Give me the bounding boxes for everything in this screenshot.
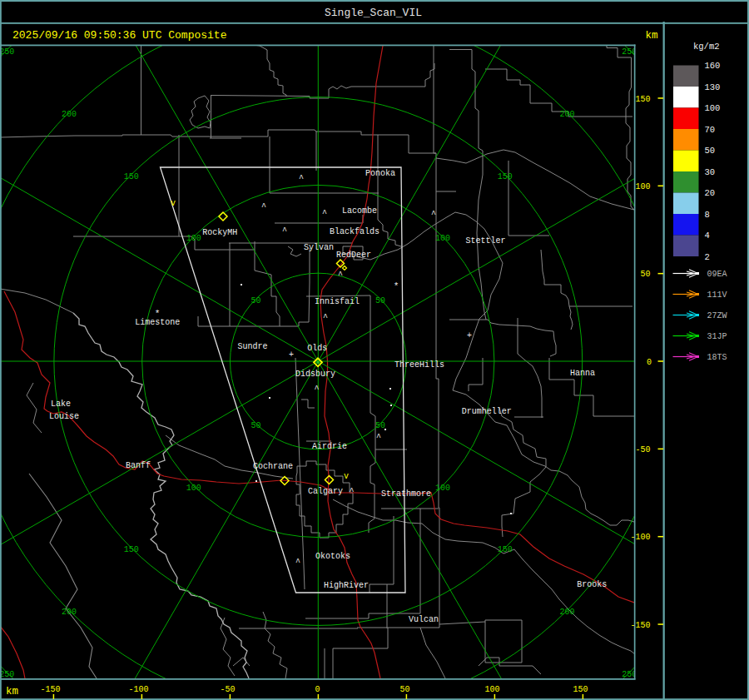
svg-text:ThreeHills: ThreeHills xyxy=(394,360,444,370)
svg-text:^: ^ xyxy=(261,202,266,211)
svg-text:Single_Scan_VIL: Single_Scan_VIL xyxy=(325,7,422,19)
svg-text:50: 50 xyxy=(375,296,385,305)
svg-text:130: 130 xyxy=(705,82,721,92)
svg-text:Sylvan: Sylvan xyxy=(304,243,334,252)
svg-text:200: 200 xyxy=(560,608,575,617)
svg-text:Lake: Lake xyxy=(51,400,71,409)
svg-text:Sundre: Sundre xyxy=(238,342,268,351)
svg-text:Okotoks: Okotoks xyxy=(315,552,350,561)
svg-text:150: 150 xyxy=(124,172,139,181)
svg-text:Innisfail: Innisfail xyxy=(315,297,360,306)
svg-text:-50: -50 xyxy=(220,685,235,694)
svg-text:100: 100 xyxy=(635,182,650,191)
svg-text:18TS: 18TS xyxy=(707,353,727,362)
svg-text:150: 150 xyxy=(498,545,513,554)
svg-text:2: 2 xyxy=(705,252,710,262)
svg-text:50: 50 xyxy=(375,421,385,430)
svg-text:100: 100 xyxy=(484,685,499,694)
svg-text:Cochrane: Cochrane xyxy=(253,462,293,471)
svg-text:-150: -150 xyxy=(630,621,650,630)
svg-text:250: 250 xyxy=(0,47,14,57)
svg-text:100: 100 xyxy=(705,103,721,113)
svg-text:250: 250 xyxy=(0,670,14,679)
svg-text:Didsbury: Didsbury xyxy=(295,370,335,379)
svg-text:70: 70 xyxy=(705,125,716,135)
svg-text:50: 50 xyxy=(705,146,716,156)
svg-text:27ZW: 27ZW xyxy=(707,311,727,320)
svg-text:^: ^ xyxy=(299,174,304,183)
svg-text:160: 160 xyxy=(705,61,721,71)
svg-text:150: 150 xyxy=(635,95,650,104)
svg-text:30: 30 xyxy=(705,167,716,177)
svg-text:RedDeer: RedDeer xyxy=(336,251,371,260)
svg-text:+: + xyxy=(289,350,294,360)
svg-text:Calgary: Calgary xyxy=(308,487,343,496)
svg-text:Vulcan: Vulcan xyxy=(409,615,439,624)
svg-text:0: 0 xyxy=(315,685,320,694)
svg-text:200: 200 xyxy=(62,608,77,617)
svg-text:^: ^ xyxy=(322,209,327,218)
svg-text:Louise: Louise xyxy=(49,412,79,421)
svg-text:09EA: 09EA xyxy=(707,270,727,279)
svg-text:kg/m2: kg/m2 xyxy=(693,42,720,52)
svg-text:+: + xyxy=(467,331,472,340)
svg-text:^: ^ xyxy=(323,313,328,322)
svg-text:Brooks: Brooks xyxy=(577,580,607,589)
svg-text:Olds: Olds xyxy=(307,344,327,353)
svg-text:150: 150 xyxy=(573,685,588,694)
svg-text:50: 50 xyxy=(640,270,650,279)
svg-text:20: 20 xyxy=(705,188,716,198)
svg-text:8: 8 xyxy=(705,210,710,220)
svg-text:-100: -100 xyxy=(128,685,148,694)
svg-text:Airdrie: Airdrie xyxy=(312,442,347,451)
svg-text:^: ^ xyxy=(282,226,287,236)
svg-text:50: 50 xyxy=(399,685,409,694)
svg-text:150: 150 xyxy=(498,172,513,181)
svg-text:50: 50 xyxy=(250,296,260,305)
svg-text:^: ^ xyxy=(376,433,381,442)
svg-text:^: ^ xyxy=(295,558,300,567)
svg-text:Drumheller: Drumheller xyxy=(462,407,512,416)
svg-text:km: km xyxy=(646,30,658,42)
svg-text:4: 4 xyxy=(705,231,710,241)
svg-text:v: v xyxy=(344,472,349,481)
svg-text:100: 100 xyxy=(435,484,450,493)
svg-text:Stettler: Stettler xyxy=(466,236,506,246)
svg-text:Limestone: Limestone xyxy=(135,318,180,327)
svg-text:100: 100 xyxy=(186,234,201,243)
svg-text:^: ^ xyxy=(314,385,319,394)
svg-text:Strathmore: Strathmore xyxy=(381,489,431,499)
svg-text:150: 150 xyxy=(124,545,139,554)
svg-text:111V: 111V xyxy=(707,290,727,300)
svg-text:-150: -150 xyxy=(40,685,60,694)
svg-text:200: 200 xyxy=(62,110,77,119)
svg-text:-100: -100 xyxy=(630,533,650,542)
svg-text:Hanna: Hanna xyxy=(570,369,595,378)
svg-text:200: 200 xyxy=(560,110,575,119)
svg-text:100: 100 xyxy=(186,484,201,493)
svg-text:RockyMH: RockyMH xyxy=(202,228,237,237)
svg-text:-50: -50 xyxy=(635,445,650,454)
svg-text:^: ^ xyxy=(431,210,436,219)
svg-text:0: 0 xyxy=(647,358,652,367)
svg-text:Ponoka: Ponoka xyxy=(365,169,395,178)
svg-text:31JP: 31JP xyxy=(707,332,727,341)
svg-text:km: km xyxy=(6,686,18,698)
svg-text:HighRiver: HighRiver xyxy=(324,581,369,590)
svg-text:Lacombe: Lacombe xyxy=(342,206,377,216)
svg-text:v: v xyxy=(171,199,176,208)
svg-text:^: ^ xyxy=(338,271,343,280)
svg-text:^: ^ xyxy=(349,487,354,496)
svg-text:Blackfalds: Blackfalds xyxy=(330,227,379,236)
svg-text:50: 50 xyxy=(250,421,260,430)
svg-text:2025/09/16 09:50:36 UTC Compos: 2025/09/16 09:50:36 UTC Composite xyxy=(12,29,226,42)
svg-text:*: * xyxy=(394,281,399,291)
svg-text:Banff: Banff xyxy=(126,461,151,470)
svg-text:100: 100 xyxy=(435,234,450,243)
